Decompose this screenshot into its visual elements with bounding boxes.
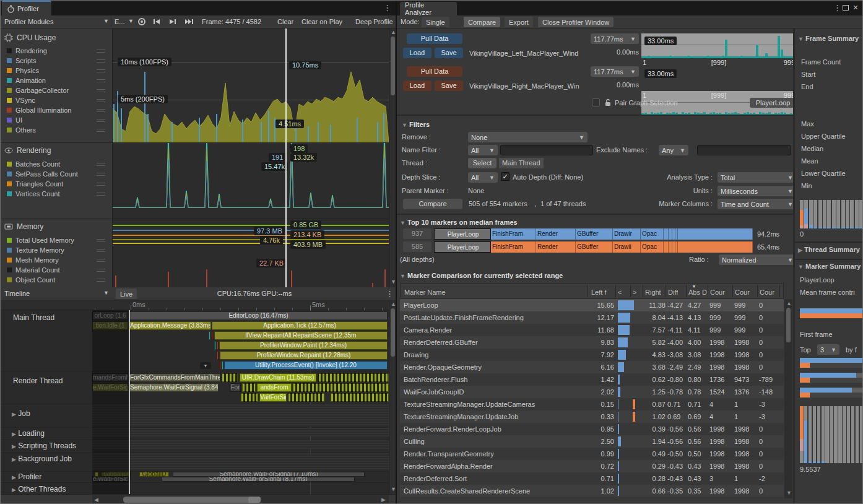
median-frame-chip[interactable]: 937 [403,228,432,239]
comparison-header[interactable]: ▼ Marker Comparison for currently select… [400,272,563,279]
table-row[interactable]: RenderForwardAlpha.Render0.720.29-0.430.… [400,460,784,472]
top10-bar[interactable]: PlayerLoopFinishFramRenderGBufferDrawirO… [434,228,753,240]
top10-segment[interactable]: Drawii [613,241,641,253]
col-count-diff[interactable]: Cour [760,289,774,296]
module-cpu-header[interactable]: CPU Usage [4,33,56,42]
range-max-dropdown[interactable]: 117.77ms▼ [591,33,639,44]
timeline-bar[interactable]: UIR.DrawChain (11.53ms) [240,373,316,382]
module-counter-global-illumination[interactable]: Global Illumination [1,105,113,115]
timeline-hscrollbar[interactable]: ◀ ▶ [92,495,389,504]
ratio-dropdown[interactable]: Normalized▼ [719,254,796,265]
units-dropdown[interactable]: Milliseconds▼ [718,186,796,196]
col-abs-diff[interactable]: Abs D [688,289,707,296]
timeline-track[interactable]: orLoop (1.6EditorLoop (16.47ms)tion.Idle… [92,310,389,494]
col-marker-name[interactable]: Marker Name [404,289,446,296]
drag-handle[interactable] [97,99,105,102]
top10-segment[interactable] [664,228,669,240]
module-counter-triangles-count[interactable]: Triangles Count [1,179,113,189]
module-counter-setpass-calls-count[interactable]: SetPass Calls Count [1,169,113,179]
last-frame-icon[interactable] [185,19,194,25]
top10-segment[interactable]: PlayerLoop [434,228,491,240]
drag-handle[interactable] [97,109,105,112]
timeline-bar[interactable] [331,393,389,402]
top-n-dropdown[interactable]: 3▼ [817,344,839,355]
name-filter-input[interactable] [500,145,593,155]
table-row[interactable]: Camera.Render11.687.57-4.114.119999990 [400,324,784,336]
drag-handle[interactable] [97,129,105,132]
view-mode-dropdown[interactable]: Timeline [4,290,97,297]
drag-handle[interactable] [97,59,105,63]
module-counter-rendering[interactable]: Rendering [1,46,113,56]
clear-on-play-button[interactable]: Clear on Play [301,18,342,25]
table-row[interactable]: CullResults.CreateSharedRendererScene1.0… [400,485,784,497]
timeline-bar[interactable] [318,373,389,382]
timeline-bar[interactable] [209,331,210,340]
col-diff[interactable]: Diff [668,289,678,296]
module-counter-texture-memory[interactable]: Texture Memory [1,245,113,255]
timeline-bar[interactable]: Application.Message (3.83ms) [129,321,211,330]
module-counter-vsync[interactable]: VSync [1,95,113,105]
col-right-bar[interactable]: > [633,289,636,296]
table-row[interactable]: Culling2.501.94-0.560.56199819980 [400,435,784,448]
timeline-bar[interactable] [242,383,256,392]
top10-segment[interactable]: Render [536,241,576,253]
save-button[interactable]: Save [435,48,463,58]
module-counter-scripts[interactable]: Scripts [1,56,113,66]
drag-handle[interactable] [97,50,105,53]
clear-button[interactable]: Clear [277,18,293,25]
drag-handle[interactable] [97,193,105,196]
table-row[interactable]: BatchRenderer.Flush1.420.62-0.800.801736… [400,373,784,386]
timeline-vscrollbar[interactable]: ▲ ▼ [389,300,396,494]
timeline-bar[interactable] [293,383,389,392]
drag-handle[interactable] [97,239,105,242]
thread-group-loading[interactable]: ▶ Loading [12,429,45,438]
module-counter-batches-count[interactable]: Batches Count [1,159,113,169]
timeline-bar[interactable]: For [230,383,241,392]
pull-data-button[interactable]: Pull Data [407,66,462,77]
close-icon[interactable]: × [853,2,858,12]
module-counter-ui[interactable]: UI [1,115,113,125]
timeline-bar[interactable]: Semaphore.WaitForSignal (8.17ms) [162,477,355,482]
pair-graph-checkbox[interactable] [592,98,600,106]
top10-segment[interactable]: GBuffer [576,228,613,240]
previous-frame-icon[interactable] [153,19,160,25]
memory-chart[interactable]: 97.3 MB 0.85 GB 4.76k 213.4 KB 403.9 MB … [113,219,389,287]
top10-segment[interactable]: FinishFram [491,241,536,253]
mode-compare-button[interactable]: Compare [464,17,500,27]
timeline-bar[interactable]: Semaphore.WaitForSignal (7.10ms) [173,472,365,477]
comparison-table-header[interactable]: Marker NameLeft f<>RightDiffAbs DCourCou… [400,283,784,299]
auto-depth-checkbox[interactable]: ✓ [501,172,510,181]
module-counter-material-count[interactable]: Material Count [1,265,113,275]
table-row[interactable]: Render.OpaqueGeometry6.163.68-2.492.4919… [400,361,784,373]
module-memory-header[interactable]: Memory [4,222,43,231]
top10-segment[interactable]: PlayerLoop [434,241,491,253]
thread-group-scripting[interactable]: ▶ Scripting Threads [12,441,76,450]
timeline-bar[interactable]: Utility.ProcessEvent() [Invoke] (12.20 [224,361,388,370]
depth-slice-dropdown[interactable]: All▼ [468,172,498,183]
next-frame-icon[interactable] [169,19,176,25]
drag-handle[interactable] [97,269,105,272]
timeline-bar[interactable] [222,361,223,370]
module-counter-mesh-memory[interactable]: Mesh Memory [1,255,113,265]
timeline-bar[interactable] [214,341,216,350]
load-button[interactable]: Load [403,80,432,91]
compare-button[interactable]: Compare [403,199,462,209]
table-row[interactable]: Render.TransparentGeometry0.990.49-0.500… [400,448,784,460]
table-row[interactable]: PlayerLoop15.6511.38-4.274.279999990 [400,299,784,311]
module-counter-physics[interactable]: Physics [1,66,113,76]
timeline-bar[interactable]: VaitForSig [259,393,287,402]
col-left[interactable]: Left f [591,289,616,296]
timeline-menu-icon[interactable]: ⋮ [386,289,394,298]
table-row[interactable]: TextureStreamingManager.UpdateJob0.331.0… [400,411,784,423]
top10-segment[interactable]: Drawir [613,228,641,240]
col-count-left[interactable]: Cour [710,289,725,296]
module-counter-others[interactable]: Others [1,125,113,135]
top10-segment[interactable] [678,241,753,253]
remove-dropdown[interactable]: None▼ [468,132,588,142]
timeline-bar[interactable] [222,373,238,382]
top10-segment[interactable]: Opac [641,241,664,253]
timeline-bar[interactable]: andsFrom [257,383,292,392]
drag-handle[interactable] [97,119,105,122]
drag-handle[interactable] [97,89,105,92]
timeline-bar[interactable]: ForGfxCommandsFromMainThread ( [129,373,220,382]
